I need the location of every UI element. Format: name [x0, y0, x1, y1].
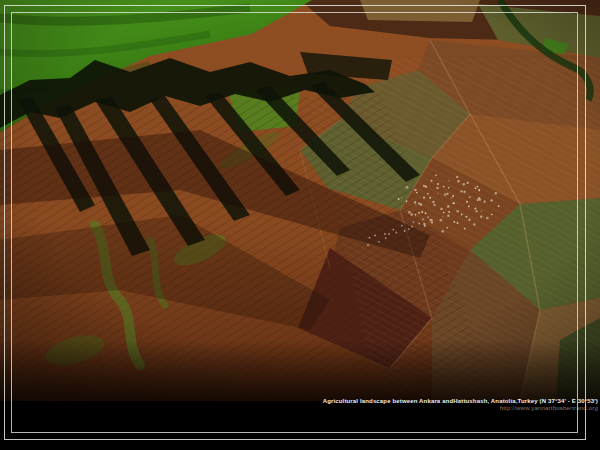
caption: Agricultural landscape between Ankara an…: [323, 398, 598, 412]
aerial-photo: [0, 0, 600, 401]
wallpaper: Agricultural landscape between Ankara an…: [0, 0, 600, 450]
caption-title: Agricultural landscape between Ankara an…: [323, 398, 598, 405]
caption-url: http://www.yannarthusbertrand.org: [323, 405, 598, 412]
